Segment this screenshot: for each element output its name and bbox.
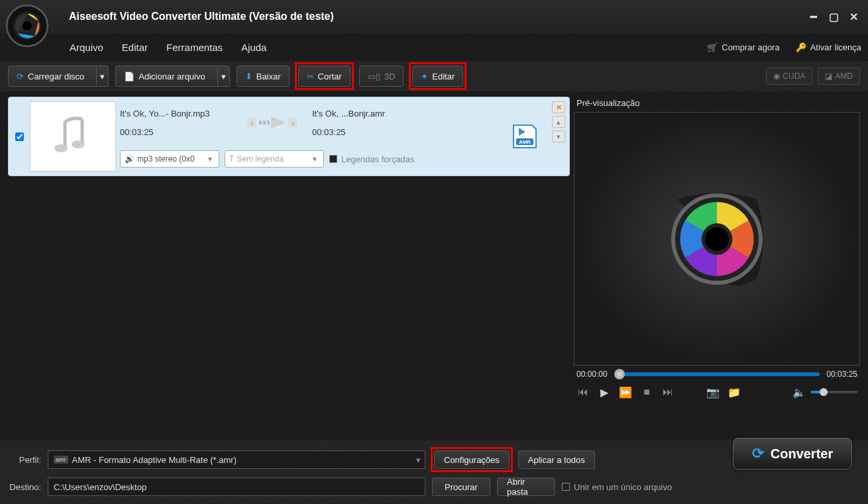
nvidia-icon: ◉ [773,72,780,81]
audio-track-select[interactable]: 🔊mp3 stereo (0x0 ▾ [120,150,219,168]
aplicar-button[interactable]: Aplicar a todos [518,450,595,469]
menu-bar: Arquivo Editar Ferramentas Ajuda 🛒 Compr… [0,33,868,61]
seek-bar[interactable]: 00:00:00 00:03:25 [574,366,860,383]
svg-text:♪: ♪ [292,119,295,126]
preview-label: Pré-visualização [574,97,860,109]
menu-ferramentas[interactable]: Ferramentas [166,42,223,53]
menu-arquivo[interactable]: Arquivo [70,42,103,53]
adicionar-arquivo-button[interactable]: 📄Adicionar arquivo ▾ [115,66,229,87]
amd-icon: ◪ [825,72,832,81]
ffwd-button[interactable]: ⏩ [619,385,632,399]
app-window: Aiseesoft Video Converter Ultimate (Vers… [0,0,868,504]
svg-rect-9 [259,121,262,125]
snapshot-button[interactable]: 📷 [706,385,720,399]
maximize-button[interactable]: ▢ [828,11,839,22]
scissors-icon: ✂ [307,72,314,81]
dst-filename: It's Ok, ...Bonjr.amr [312,109,431,119]
svg-text:AMR: AMR [519,139,531,145]
chevron-down-icon: ▾ [416,455,421,465]
preview-screen [574,112,860,366]
perfil-select[interactable]: amr AMR - Formato Adaptive Multi-Rate (*… [48,450,425,469]
prev-button[interactable]: ⏮ [576,385,590,399]
disc-load-icon: ⟳ [17,72,24,81]
unir-check[interactable]: Unir em um único arquivo [562,482,672,492]
add-file-icon: 📄 [124,72,135,81]
chevron-down-icon: ▾ [310,154,319,164]
procurar-button[interactable]: Procurar [432,478,490,496]
editar-button[interactable]: ✦Editar [412,66,463,87]
time-current: 00:00:00 [576,370,608,379]
baixar-button[interactable]: ⬇Baixar [237,66,290,87]
abrir-pasta-button[interactable]: Abrir pasta [497,478,555,496]
file-row[interactable]: It's Ok, Yo...- Bonjr.mp3 00:03:25 ♪♪ It… [8,97,570,176]
svg-point-5 [54,144,68,152]
svg-rect-11 [267,121,270,125]
open-folder-button[interactable]: 📁 [728,385,741,399]
destino-input[interactable]: C:\Users\enzov\Desktop [48,478,425,496]
src-duration: 00:03:25 [120,127,239,137]
volume-slider[interactable] [811,391,857,393]
svg-point-19 [705,227,729,251]
move-up-button[interactable]: ▴ [552,116,565,128]
converter-button[interactable]: ⟳ Converter [733,438,852,470]
file-checkbox[interactable] [15,132,24,141]
link-comprar[interactable]: 🛒 Comprar agora [707,42,779,52]
next-button[interactable]: ⏭ [661,385,675,399]
carregar-dropdown[interactable]: ▾ [96,66,108,86]
cuda-button[interactable]: ◉CUDA [766,68,812,85]
seek-slider[interactable] [614,372,820,376]
forced-subtitles-check[interactable]: Legendas forçadas [329,154,415,164]
svg-marker-12 [271,117,286,128]
dst-duration: 00:03:25 [312,127,431,137]
checkbox-icon [329,155,337,163]
checkbox-icon [562,483,570,491]
cortar-button[interactable]: ✂Cortar [298,66,351,87]
minimize-button[interactable]: ━ [808,11,819,22]
stop-button[interactable]: ■ [640,385,653,399]
toolbar: ⟳Carregar disco ▾ 📄Adicionar arquivo ▾ ⬇… [0,61,868,91]
output-format-badge[interactable]: AMR [502,101,548,172]
amd-button[interactable]: ◪AMD [818,68,860,85]
svg-point-2 [23,21,32,30]
src-filename: It's Ok, Yo...- Bonjr.mp3 [120,109,239,119]
volume-knob[interactable] [820,388,828,396]
text-icon: T [229,154,234,164]
title-bar: Aiseesoft Video Converter Ultimate (Vers… [0,0,868,33]
download-icon: ⬇ [245,72,252,81]
menu-editar[interactable]: Editar [122,42,148,53]
file-list: It's Ok, Yo...- Bonjr.mp3 00:03:25 ♪♪ It… [8,97,570,401]
destino-label: Destino: [8,482,41,492]
perfil-label: Perfil: [8,455,41,465]
carregar-disco-button[interactable]: ⟳Carregar disco ▾ [8,66,109,87]
highlight-config: Configurações [431,447,513,472]
subtitle-select[interactable]: TSem legenda ▾ [225,150,324,168]
remove-file-button[interactable]: ✕ [552,101,565,113]
app-logo [4,3,57,52]
tresd-icon: ▭▯ [368,72,380,81]
refresh-icon: ⟳ [752,445,764,462]
seek-knob[interactable] [614,369,625,379]
bottom-bar: Perfil: amr AMR - Formato Adaptive Multi… [0,440,868,504]
move-down-button[interactable]: ▾ [552,130,565,142]
cart-icon: 🛒 [707,42,718,52]
format-icon: amr [54,456,68,464]
tresd-button[interactable]: ▭▯3D [359,66,404,87]
menu-ajuda[interactable]: Ajuda [241,42,266,53]
time-total: 00:03:25 [826,370,857,379]
app-title: Aiseesoft Video Converter Ultimate (Vers… [69,11,808,23]
highlight-cortar: ✂Cortar [295,62,354,90]
speaker-icon: 🔊 [125,154,135,164]
chevron-down-icon: ▾ [205,154,215,164]
key-icon: 🔑 [796,42,806,52]
play-button[interactable]: ▶ [598,385,611,399]
link-ativar[interactable]: 🔑 Ativar licença [796,42,861,52]
svg-text:♪: ♪ [250,119,254,126]
svg-rect-10 [263,121,266,125]
close-button[interactable]: ✕ [848,11,859,22]
adicionar-dropdown[interactable]: ▾ [217,66,229,86]
config-button[interactable]: Configurações [434,450,510,469]
convert-arrow-icon: ♪♪ [239,113,312,132]
sparkle-icon: ✦ [421,72,428,81]
preview-panel: Pré-visualização [574,97,860,401]
mute-button[interactable]: 🔈 [792,385,806,399]
